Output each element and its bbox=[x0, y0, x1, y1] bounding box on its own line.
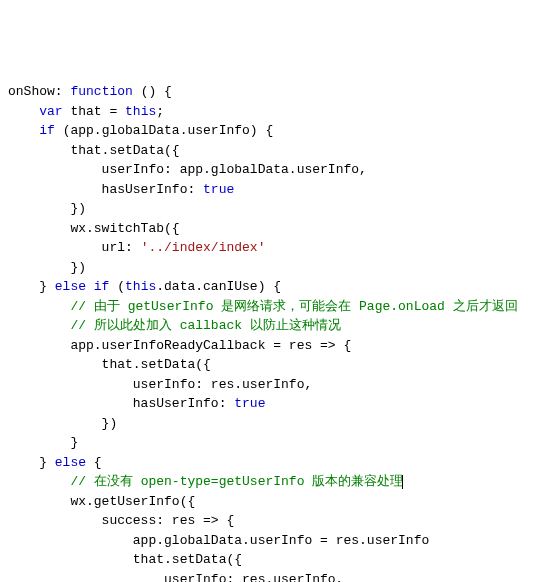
keyword-token: var bbox=[39, 104, 62, 119]
text-token: app.userInfoReadyCallback = res => { bbox=[8, 338, 351, 353]
text-token: that.setData({ bbox=[8, 552, 242, 567]
code-line: userInfo: app.globalData.userInfo, bbox=[8, 160, 534, 180]
code-line: }) bbox=[8, 414, 534, 434]
text-token: (app.globalData.userInfo) { bbox=[55, 123, 273, 138]
string-token: '../index/index' bbox=[141, 240, 266, 255]
text-token: hasUserInfo: bbox=[8, 182, 203, 197]
text-token: app.globalData.userInfo = res.userInfo bbox=[8, 533, 429, 548]
text-token: that = bbox=[63, 104, 125, 119]
text-token: onShow: bbox=[8, 84, 70, 99]
keyword-token: else if bbox=[55, 279, 110, 294]
code-line: that.setData({ bbox=[8, 550, 534, 570]
code-line: hasUserInfo: true bbox=[8, 394, 534, 414]
text-token: } bbox=[8, 279, 55, 294]
text-token: } bbox=[8, 435, 78, 450]
text-token: that.setData({ bbox=[8, 143, 180, 158]
text-token bbox=[8, 123, 39, 138]
text-token: userInfo: app.globalData.userInfo, bbox=[8, 162, 367, 177]
text-token: wx.switchTab({ bbox=[8, 221, 180, 236]
text-token: ( bbox=[109, 279, 125, 294]
text-token: } bbox=[8, 455, 55, 470]
keyword-token: true bbox=[234, 396, 265, 411]
code-line: userInfo: res.userInfo, bbox=[8, 570, 534, 583]
text-token: userInfo: res.userInfo, bbox=[8, 377, 312, 392]
code-line: // 在没有 open-type=getUserInfo 版本的兼容处理 bbox=[8, 472, 534, 492]
keyword-token: this bbox=[125, 279, 156, 294]
code-line: app.userInfoReadyCallback = res => { bbox=[8, 336, 534, 356]
code-line: if (app.globalData.userInfo) { bbox=[8, 121, 534, 141]
text-token: ; bbox=[156, 104, 164, 119]
text-token: hasUserInfo: bbox=[8, 396, 234, 411]
text-token: wx.getUserInfo({ bbox=[8, 494, 195, 509]
code-line: wx.switchTab({ bbox=[8, 219, 534, 239]
code-line: } else { bbox=[8, 453, 534, 473]
code-line: onShow: function () { bbox=[8, 82, 534, 102]
comment-token: // 由于 getUserInfo 是网络请求，可能会在 Page.onLoad… bbox=[70, 299, 517, 314]
keyword-token: else bbox=[55, 455, 86, 470]
text-token bbox=[8, 318, 70, 333]
comment-token: // 所以此处加入 callback 以防止这种情况 bbox=[70, 318, 340, 333]
text-token: }) bbox=[8, 260, 86, 275]
code-line: // 由于 getUserInfo 是网络请求，可能会在 Page.onLoad… bbox=[8, 297, 534, 317]
text-token bbox=[8, 299, 70, 314]
comment-token: // 在没有 open-type=getUserInfo 版本的兼容处理 bbox=[70, 474, 403, 489]
code-line: } else if (this.data.canIUse) { bbox=[8, 277, 534, 297]
text-token bbox=[8, 474, 70, 489]
keyword-token: function bbox=[70, 84, 132, 99]
text-token: }) bbox=[8, 201, 86, 216]
text-token: success: res => { bbox=[8, 513, 234, 528]
keyword-token: true bbox=[203, 182, 234, 197]
code-line: } bbox=[8, 433, 534, 453]
text-cursor bbox=[402, 475, 403, 489]
code-line: var that = this; bbox=[8, 102, 534, 122]
code-line: url: '../index/index' bbox=[8, 238, 534, 258]
code-line: that.setData({ bbox=[8, 355, 534, 375]
text-token: { bbox=[86, 455, 102, 470]
code-line: hasUserInfo: true bbox=[8, 180, 534, 200]
text-token: url: bbox=[8, 240, 141, 255]
code-line: }) bbox=[8, 199, 534, 219]
code-line: that.setData({ bbox=[8, 141, 534, 161]
keyword-token: if bbox=[39, 123, 55, 138]
text-token bbox=[8, 104, 39, 119]
code-line: success: res => { bbox=[8, 511, 534, 531]
code-line: // 所以此处加入 callback 以防止这种情况 bbox=[8, 316, 534, 336]
text-token: userInfo: res.userInfo, bbox=[8, 572, 343, 583]
text-token: () { bbox=[133, 84, 172, 99]
code-line: app.globalData.userInfo = res.userInfo bbox=[8, 531, 534, 551]
code-line: userInfo: res.userInfo, bbox=[8, 375, 534, 395]
code-editor-viewport: onShow: function () { var that = this; i… bbox=[8, 82, 534, 582]
text-token: }) bbox=[8, 416, 117, 431]
code-line: wx.getUserInfo({ bbox=[8, 492, 534, 512]
text-token: .data.canIUse) { bbox=[156, 279, 281, 294]
code-line: }) bbox=[8, 258, 534, 278]
text-token: that.setData({ bbox=[8, 357, 211, 372]
keyword-token: this bbox=[125, 104, 156, 119]
